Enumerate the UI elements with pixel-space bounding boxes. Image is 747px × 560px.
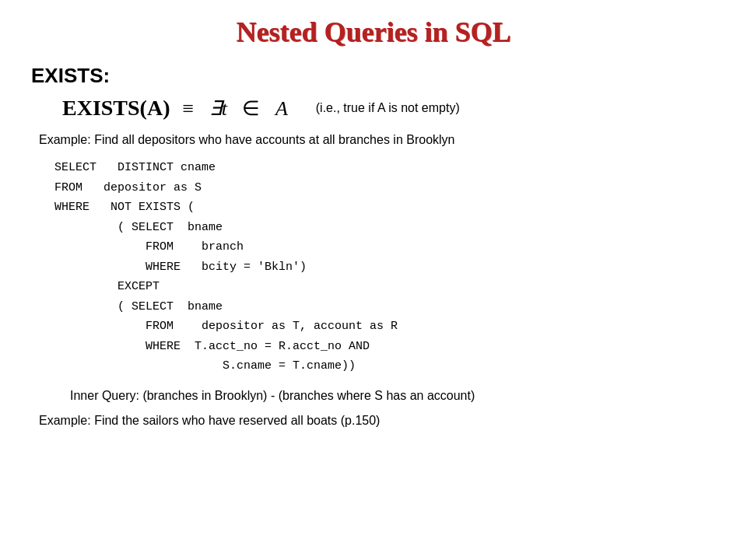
code-line-4: ( SELECT bname — [54, 218, 716, 238]
formula-left: EXISTS(A) — [62, 96, 170, 121]
inner-query-note: Inner Query: (branches in Brooklyn) - (b… — [70, 389, 716, 403]
formula-equiv: ≡ ∃t ∈ A — [182, 96, 287, 121]
code-line-6: WHERE bcity = 'Bkln') — [54, 257, 716, 278]
page-title: Nested Queries in SQL — [31, 16, 716, 48]
example1-text: Example: Find all depositors who have ac… — [39, 133, 716, 147]
code-line-3: WHERE NOT EXISTS ( — [54, 198, 716, 218]
exists-formula: EXISTS(A) ≡ ∃t ∈ A (i.e., true if A is n… — [62, 96, 716, 121]
code-line-1: SELECT DISTINCT cname — [54, 158, 716, 178]
exists-header: EXISTS: — [31, 64, 716, 88]
code-line-11: S.cname = T.cname)) — [54, 356, 716, 376]
code-block: SELECT DISTINCT cname FROM depositor as … — [54, 158, 716, 376]
example2-text: Example: Find the sailors who have reser… — [39, 414, 716, 428]
code-line-10: WHERE T.acct_no = R.acct_no AND — [54, 337, 716, 357]
code-line-7: EXCEPT — [54, 277, 716, 297]
formula-note: (i.e., true if A is not empty) — [316, 101, 460, 115]
code-line-5: FROM branch — [54, 237, 716, 257]
code-line-8: ( SELECT bname — [54, 297, 716, 317]
page: Nested Queries in SQL EXISTS: EXISTS(A) … — [0, 0, 747, 560]
code-line-2: FROM depositor as S — [54, 178, 716, 198]
code-line-9: FROM depositor as T, account as R — [54, 317, 716, 337]
